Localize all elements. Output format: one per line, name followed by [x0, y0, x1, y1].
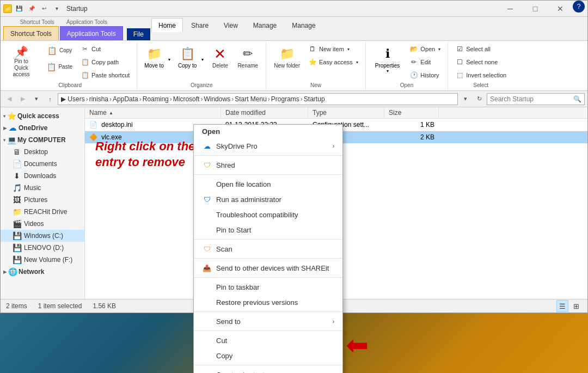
sidebar-item-documents[interactable]: 📄 Documents: [1, 158, 84, 170]
properties-label: Properties: [375, 63, 400, 69]
pin-to-quick-access-button[interactable]: 📌 Pin to Quick access: [8, 43, 35, 76]
col-header-type[interactable]: Type: [308, 107, 384, 118]
new-folder-button[interactable]: 📁 New folder: [271, 43, 303, 76]
sidebar-item-desktop[interactable]: 🖥 Desktop: [1, 146, 84, 158]
new-item-button[interactable]: 🗒 New item ▾: [305, 43, 361, 55]
ctx-open-location[interactable]: Open file location: [194, 176, 342, 192]
tab-app-tools[interactable]: Application Tools: [60, 26, 123, 40]
large-icons-view-button[interactable]: ⊞: [570, 300, 582, 312]
paste-button[interactable]: 📋 Paste: [43, 59, 76, 75]
ctx-copy[interactable]: Copy: [194, 348, 342, 363]
sidebar-item-pictures[interactable]: 🖼 Pictures: [1, 194, 84, 206]
history-button[interactable]: 🕐 History: [407, 69, 443, 81]
col-header-name[interactable]: Name ▲: [85, 107, 221, 118]
sidebar-item-new-volume-f[interactable]: 💾 New Volume (F:): [1, 254, 84, 266]
minimize-button[interactable]: ─: [498, 1, 523, 17]
up-button[interactable]: ↑: [44, 93, 56, 105]
col-header-size[interactable]: Size: [384, 107, 439, 118]
ctx-cut[interactable]: Cut: [194, 333, 342, 348]
history-label: History: [420, 72, 439, 78]
ctx-create-shortcut[interactable]: Create shortcut: [194, 367, 342, 373]
forward-button[interactable]: ▶: [17, 93, 29, 105]
rename-button[interactable]: ✏ Rename: [234, 43, 261, 76]
sidebar-item-lenovo-d[interactable]: 💾 LENOVO (D:): [1, 242, 84, 254]
refresh-button[interactable]: ↻: [473, 93, 485, 105]
move-to-dropdown[interactable]: ▾: [167, 43, 173, 76]
close-button[interactable]: ✕: [548, 1, 573, 17]
copy-button[interactable]: 📋 Copy: [43, 43, 76, 58]
sidebar-item-my-computer[interactable]: ▾ 💻 My COMPUTER: [1, 134, 84, 146]
address-dropdown[interactable]: ▾: [460, 93, 471, 105]
sidebar-item-reachit[interactable]: 📁 REACHit Drive: [1, 206, 84, 218]
recent-locations-button[interactable]: ▾: [30, 93, 42, 105]
ctx-open[interactable]: Open: [194, 125, 342, 138]
tab-shortcut-tools[interactable]: Shortcut Tools: [3, 26, 59, 40]
tab-file[interactable]: File: [127, 28, 150, 40]
tab-manage2[interactable]: Manage: [285, 18, 322, 32]
open-small-group: 📂 Open ▾ ✏ Edit 🕐 History: [407, 43, 443, 81]
search-box[interactable]: 🔍: [487, 93, 585, 105]
properties-button[interactable]: ℹ Properties ▾: [370, 43, 405, 76]
documents-icon: 📄: [13, 160, 21, 168]
qat-undo-btn[interactable]: ↩: [39, 3, 50, 14]
ctx-troubleshoot[interactable]: Troubleshoot compatibility: [194, 207, 342, 222]
skydrive-icon: ☁: [202, 141, 212, 151]
address-path[interactable]: ▶ Users › rinisha › AppData › Roaming › …: [58, 93, 458, 105]
open-button[interactable]: 📂 Open ▾: [407, 43, 443, 55]
copy-to-dropdown[interactable]: ▾: [199, 43, 206, 76]
copy-to-button[interactable]: 📋 Copy to: [175, 43, 199, 76]
back-button[interactable]: ◀: [3, 93, 15, 105]
tab-view[interactable]: View: [217, 18, 245, 32]
ctx-send-to[interactable]: Send to ›: [194, 314, 342, 329]
easy-access-button[interactable]: ⭐ Easy access ▾: [305, 56, 361, 68]
cut-icon: ✂: [81, 45, 89, 53]
tab-share[interactable]: Share: [184, 18, 216, 32]
sidebar-item-music[interactable]: 🎵 Music: [1, 182, 84, 194]
paste-shortcut-label: Paste shortcut: [91, 72, 130, 78]
delete-button[interactable]: ✕ Delete: [208, 43, 232, 76]
my-computer-icon: 💻: [7, 136, 16, 144]
col-header-date[interactable]: Date modified: [221, 107, 308, 118]
qat-pin-btn[interactable]: 📌: [26, 3, 37, 14]
edit-button[interactable]: ✏ Edit: [407, 56, 443, 68]
create-shortcut-icon: [202, 370, 212, 373]
ctx-pin-taskbar[interactable]: Pin to taskbar: [194, 279, 342, 295]
sidebar-item-windows-c[interactable]: 💾 Windows (C:): [1, 230, 84, 242]
sidebar-item-onedrive[interactable]: ▶ ☁ OneDrive: [1, 122, 84, 134]
qat-save-btn[interactable]: 💾: [14, 3, 24, 14]
sidebar-item-quick-access[interactable]: ▾ ⭐ Quick access: [1, 110, 84, 122]
tab-home[interactable]: Home: [151, 18, 183, 32]
ctx-run-admin[interactable]: 🛡 Run as administrator: [194, 192, 342, 207]
ctx-shareit[interactable]: 📤 Send to other devices with SHAREit: [194, 260, 342, 276]
new-volume-label: New Volume (F:): [24, 256, 72, 264]
details-view-button[interactable]: ☰: [556, 300, 568, 312]
paste-label: Paste: [58, 64, 72, 70]
paste-shortcut-button[interactable]: 📋 Paste shortcut: [78, 69, 132, 81]
paste-shortcut-icon: 📋: [81, 71, 89, 80]
maximize-button[interactable]: □: [523, 1, 548, 17]
select-all-button[interactable]: ☑ Select all: [452, 43, 509, 55]
ctx-skydrive[interactable]: ☁ SkyDrive Pro ›: [194, 138, 342, 154]
ctx-sep2: [194, 174, 342, 175]
open-icon: 📂: [409, 45, 418, 53]
ctx-restore-versions[interactable]: Restore previous versions: [194, 295, 342, 310]
qat-dropdown-btn[interactable]: ▾: [51, 3, 62, 14]
copy-to-split: 📋 Copy to ▾: [175, 43, 206, 76]
search-input[interactable]: [490, 95, 573, 103]
ctx-pin-start[interactable]: Pin to Start: [194, 222, 342, 237]
sidebar-item-downloads[interactable]: ⬇ Downloads: [1, 170, 84, 182]
move-to-button[interactable]: 📁 Move to: [142, 43, 167, 76]
name-sort-icon: ▲: [109, 111, 113, 115]
sidebar-item-videos[interactable]: 🎬 Videos: [1, 218, 84, 230]
new-item-icon: 🗒: [308, 45, 317, 53]
help-button[interactable]: ?: [573, 1, 585, 13]
ctx-shred[interactable]: 🛡 Shred: [194, 157, 342, 173]
cut-button[interactable]: ✂ Cut: [78, 43, 132, 55]
invert-selection-button[interactable]: ⬚ Invert selection: [452, 69, 509, 81]
tab-manage[interactable]: Manage: [246, 18, 284, 32]
organize-label: Organize: [142, 82, 261, 88]
select-none-button[interactable]: ☐ Select none: [452, 56, 509, 68]
ctx-scan[interactable]: 🛡 Scan: [194, 241, 342, 256]
sidebar-item-network[interactable]: ▶ 🌐 Network: [1, 266, 84, 278]
copy-path-button[interactable]: 📋 Copy path: [78, 56, 132, 68]
